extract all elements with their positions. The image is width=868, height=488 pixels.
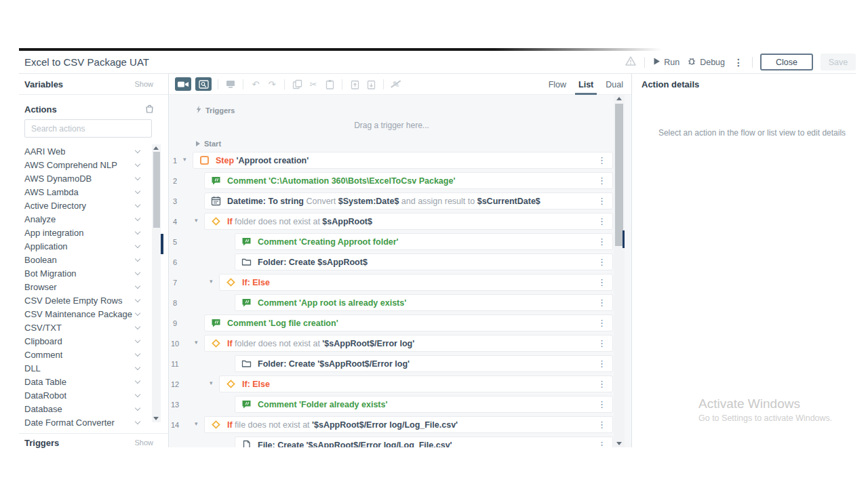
collapse-chevron-icon[interactable]: ▾ [210,380,213,386]
action-card[interactable]: If: Else ⋮ [219,274,613,291]
action-group-item[interactable]: AWS Lambda [19,185,152,199]
row-menu-button[interactable]: ⋮ [597,380,606,388]
action-card[interactable]: If folder does not exist at $sAppRoot$ ⋮ [204,213,613,230]
variables-title: Variables [24,79,63,89]
action-group-item[interactable]: Boolean [19,253,152,266]
scroll-up-icon[interactable] [616,97,622,100]
variables-show-toggle[interactable]: Show [134,80,153,88]
action-text-segment: and assign result to [399,197,477,206]
row-menu-button[interactable]: ⋮ [597,298,606,307]
search-actions-input[interactable] [24,119,152,138]
collapse-chevron-icon[interactable]: ▾ [195,339,198,346]
save-button[interactable]: Save [821,54,856,70]
package-bag-icon[interactable] [144,104,155,117]
action-card[interactable]: Step 'Approot creation' ⋮ [193,152,613,169]
action-group-item[interactable]: AWS Comprehend NLP [19,158,152,171]
action-card[interactable]: Datetime: To string Convert $System:Date… [204,192,613,209]
action-group-label: App integration [24,228,83,238]
row-menu-button[interactable]: ⋮ [597,197,606,205]
action-card[interactable]: If folder does not exist at '$sAppRoot$/… [204,335,613,352]
scrollbar-thumb[interactable] [615,104,623,246]
action-group-item[interactable]: DLL [19,361,152,375]
row-menu-button[interactable]: ⋮ [597,278,606,287]
more-options-button[interactable]: ⋮ [732,57,745,68]
element-capture-button[interactable] [195,77,212,91]
action-card[interactable]: Folder: Create $sAppRoot$ ⋮ [235,253,613,270]
undo-icon[interactable]: ↶ [250,78,262,90]
bug-icon [687,56,696,68]
action-group-item[interactable]: Active Directory [19,199,152,212]
action-group-item[interactable]: Analyze [19,212,152,226]
paste-icon[interactable] [323,78,336,90]
action-row: 14 ▾ If file does not e [169,416,614,433]
debug-button[interactable]: Debug [687,56,725,68]
action-group-item[interactable]: AARI Web [19,144,152,158]
action-card[interactable]: Comment 'Log file creation' ⋮ [204,314,613,331]
view-tab[interactable]: List [578,74,593,95]
action-group-item[interactable]: Date Format Converter [19,415,152,429]
action-card[interactable]: Comment 'C:\Automation 360\Bots\ExcelToC… [204,172,613,189]
action-group-item[interactable]: AWS DynamoDB [19,171,152,185]
row-menu-button[interactable]: ⋮ [597,258,606,266]
action-card[interactable]: If: Else ⋮ [219,375,613,392]
action-row: 2 ▾ Comment 'C:\Automat [169,172,614,189]
row-menu-button[interactable]: ⋮ [597,217,606,226]
action-group-item[interactable]: CSV/TXT [19,321,152,334]
action-group-label: Boolean [24,255,57,265]
row-number: 10 [169,340,181,348]
row-menu-button[interactable]: ⋮ [597,400,606,409]
action-group-item[interactable]: Comment [19,348,152,361]
action-group-item[interactable]: Bot Migration [19,266,152,280]
action-group-item[interactable]: DataRobot [19,388,152,402]
row-menu-button[interactable]: ⋮ [597,176,606,185]
row-menu-button[interactable]: ⋮ [597,359,606,368]
action-card[interactable]: Comment 'Folder already exists' ⋮ [235,396,613,413]
action-group-item[interactable]: App integration [19,226,152,239]
action-text-segment: '$sAppRoot$/Error log' [317,359,410,369]
action-card[interactable]: Comment 'Creating Approot folder' ⋮ [235,233,613,250]
run-button[interactable]: Run [652,57,679,68]
scrollbar-thumb[interactable] [153,152,160,228]
row-menu-button[interactable]: ⋮ [597,339,606,348]
action-group-label: CSV Delete Empty Rows [24,296,123,306]
view-tab[interactable]: Dual [606,74,623,95]
scroll-down-icon[interactable] [153,417,159,420]
action-card[interactable]: Folder: Create '$sAppRoot$/Error log' ⋮ [235,355,613,372]
action-group-item[interactable]: Browser [19,280,152,293]
row-menu-button[interactable]: ⋮ [597,319,606,327]
sidebar-scrollbar[interactable] [152,144,161,422]
action-card[interactable]: Comment 'App root is already exists' ⋮ [235,294,613,311]
collapse-chevron-icon[interactable]: ▾ [210,278,213,285]
view-tab[interactable]: Flow [549,74,566,95]
action-group-item[interactable]: CSV Maintenance Package [19,307,152,321]
collapse-chevron-icon[interactable]: ▾ [183,156,186,163]
row-number: 2 [169,177,181,185]
action-group-item[interactable]: Database [19,402,152,415]
row-menu-button[interactable]: ⋮ [597,420,606,429]
close-button[interactable]: Close [760,54,813,70]
action-group-item[interactable]: Application [19,239,152,253]
export-icon[interactable] [365,78,377,90]
action-icon [211,216,221,226]
action-card[interactable]: File: Create '$sAppRoot$/Error log/Log_F… [235,436,613,447]
collapse-chevron-icon[interactable]: ▾ [195,420,198,427]
action-group-item[interactable]: Clipboard [19,334,152,348]
collapse-chevron-icon[interactable]: ▾ [195,217,198,224]
row-menu-button[interactable]: ⋮ [597,156,606,165]
triggers-group-header[interactable]: Triggers [196,106,235,115]
action-card[interactable]: If file does not exist at '$sAppRoot$/Er… [204,416,613,433]
cut-icon[interactable]: ✂ [307,78,319,90]
triggers-show-toggle[interactable]: Show [134,439,153,447]
scroll-down-icon[interactable] [616,442,622,445]
row-menu-button[interactable]: ⋮ [597,237,606,246]
row-menu-button[interactable]: ⋮ [597,441,606,447]
action-group-item[interactable]: CSV Delete Empty Rows [19,293,152,307]
import-icon[interactable] [349,78,361,90]
record-button[interactable] [175,77,191,91]
scroll-up-icon[interactable] [153,146,159,150]
redo-icon[interactable]: ↷ [266,78,278,90]
start-group-header[interactable]: Start [196,140,221,148]
list-scrollbar[interactable] [614,95,625,447]
action-group-item[interactable]: Data Table [19,375,152,388]
copy-icon[interactable] [291,78,303,90]
